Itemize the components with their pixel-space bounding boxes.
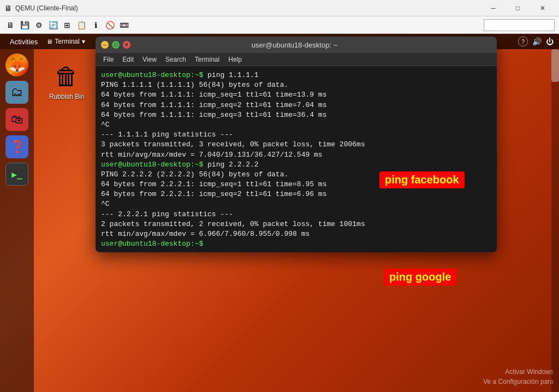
- ubuntu-dock: 🦊 🗂 🛍 ❓ ▶_: [0, 49, 34, 392]
- activar-line1: Activar Windows: [483, 367, 554, 377]
- terminal-line-8: 3 packets transmitted, 3 received, 0% pa…: [101, 140, 491, 150]
- dock-files[interactable]: 🗂: [5, 81, 28, 104]
- terminal-content[interactable]: user@ubuntu18-desktop:~$ ping 1.1.1.1 PI…: [96, 66, 497, 252]
- terminal-menubar: File Edit View Search Terminal Help: [96, 53, 497, 66]
- terminal-line-2: PING 1.1.1.1 (1.1.1.1) 56(84) bytes of d…: [101, 80, 491, 90]
- terminal-line-6: ^C: [101, 120, 491, 130]
- terminal-line-10: user@ubuntu18-desktop:~$ ping 2.2.2.2: [101, 160, 491, 170]
- toolbar-icon-9[interactable]: 📼: [118, 19, 130, 31]
- terminal-menu-view[interactable]: View: [139, 55, 160, 64]
- terminal-menu-help[interactable]: Help: [225, 55, 245, 64]
- terminal-line-15: --- 2.2.2.1 ping statistics ---: [101, 210, 491, 219]
- qemu-toolbar: 🖥 💾 ⚙ 🔄 ⊞ 📋 ℹ 🚫 📼: [0, 16, 559, 34]
- terminal-close-btn[interactable]: ✕: [123, 41, 130, 49]
- help-icon[interactable]: ?: [518, 37, 528, 46]
- close-button[interactable]: ✕: [530, 0, 555, 16]
- rubbish-bin[interactable]: 🗑 Rubbish Bin: [49, 61, 85, 100]
- terminal-line-14: ^C: [101, 199, 491, 209]
- toolbar-icon-3[interactable]: ⚙: [33, 19, 45, 31]
- qemu-icon: 🖥: [4, 4, 12, 13]
- rubbish-bin-icon: 🗑: [53, 61, 80, 92]
- activar-windows-watermark: Activar Windows Ve a Configuración para: [483, 367, 554, 387]
- terminal-menu-file[interactable]: File: [100, 55, 117, 64]
- terminal-window-controls: ─ □ ✕: [101, 41, 130, 49]
- minimize-button[interactable]: ─: [481, 0, 506, 16]
- scrollbar-thumb[interactable]: [551, 49, 559, 82]
- title-bar-left: 🖥 QEMU (Cliente-Final): [4, 4, 78, 13]
- terminal-minimize-btn[interactable]: ─: [101, 41, 109, 49]
- terminal-menu-label: Terminal: [55, 38, 79, 45]
- terminal-line-3: 64 bytes from 1.1.1.1: icmp_seq=1 ttl=61…: [101, 90, 491, 100]
- terminal-line-16: 2 packets transmitted, 2 received, 0% pa…: [101, 219, 491, 229]
- title-bar: 🖥 QEMU (Cliente-Final) ─ □ ✕: [0, 0, 559, 16]
- dock-software[interactable]: 🛍: [5, 108, 28, 131]
- terminal-line-4: 64 bytes from 1.1.1.1: icmp_seq=2 ttl=61…: [101, 100, 491, 110]
- activar-line2: Ve a Configuración para: [483, 377, 554, 387]
- terminal-line-7: --- 1.1.1.1 ping statistics ---: [101, 130, 491, 140]
- toolbar-icon-1[interactable]: 🖥: [4, 19, 16, 31]
- terminal-line-18: user@ubuntu18-desktop:~$: [101, 239, 491, 249]
- volume-icon[interactable]: 🔊: [532, 37, 542, 46]
- maximize-button[interactable]: □: [506, 0, 530, 16]
- ping-facebook-label: ping facebook: [379, 171, 465, 188]
- terminal-line-13: 64 bytes from 2.2.2.1: icmp_seq=2 ttl=61…: [101, 189, 491, 199]
- terminal-maximize-btn[interactable]: □: [112, 41, 120, 49]
- terminal-line-17: rtt min/avg/max/mdev = 6.966/7.960/8.955…: [101, 229, 491, 239]
- topbar-right: ? 🔊 ⏻: [518, 37, 554, 46]
- ping-google-label: ping google: [384, 269, 456, 286]
- desktop-scrollbar[interactable]: [551, 49, 559, 392]
- title-bar-title: QEMU (Cliente-Final): [15, 4, 78, 12]
- terminal-window: ─ □ ✕ user@ubuntu18-desktop: ~ File Edit…: [96, 37, 497, 252]
- activities-button[interactable]: Activities: [5, 38, 42, 46]
- dock-terminal[interactable]: ▶_: [5, 163, 28, 186]
- toolbar-icon-4[interactable]: 🔄: [47, 19, 59, 31]
- toolbar-icon-8[interactable]: 🚫: [104, 19, 116, 31]
- search-input[interactable]: [484, 19, 555, 31]
- toolbar-icon-2[interactable]: 💾: [19, 19, 31, 31]
- toolbar-icon-7[interactable]: ℹ: [90, 19, 102, 31]
- terminal-title: user@ubuntu18-desktop: ~: [130, 41, 459, 49]
- terminal-line-9: rtt min/avg/max/mdev = 7.040/19.131/36.4…: [101, 150, 491, 160]
- terminal-menu-edit[interactable]: Edit: [119, 55, 137, 64]
- terminal-line-5: 64 bytes from 1.1.1.1: icmp_seq=3 ttl=61…: [101, 110, 491, 120]
- terminal-menu[interactable]: 🖥 Terminal ▾: [42, 38, 89, 45]
- toolbar-icon-5[interactable]: ⊞: [61, 19, 73, 31]
- toolbar-icon-6[interactable]: 📋: [75, 19, 87, 31]
- terminal-menu-search[interactable]: Search: [162, 55, 189, 64]
- rubbish-bin-label: Rubbish Bin: [49, 93, 85, 100]
- terminal-menu-arrow: ▾: [82, 38, 85, 45]
- dock-firefox[interactable]: 🦊: [5, 54, 28, 76]
- ubuntu-desktop: Activities 🖥 Terminal ▾ Mon 15:36 ? 🔊 ⏻ …: [0, 34, 559, 392]
- dock-help[interactable]: ❓: [5, 135, 28, 158]
- terminal-menu-terminal[interactable]: Terminal: [192, 55, 223, 64]
- terminal-titlebar: ─ □ ✕ user@ubuntu18-desktop: ~: [96, 37, 497, 53]
- power-icon[interactable]: ⏻: [546, 37, 554, 46]
- title-bar-controls: ─ □ ✕: [481, 0, 555, 16]
- terminal-line-1: user@ubuntu18-desktop:~$ ping 1.1.1.1: [101, 70, 491, 80]
